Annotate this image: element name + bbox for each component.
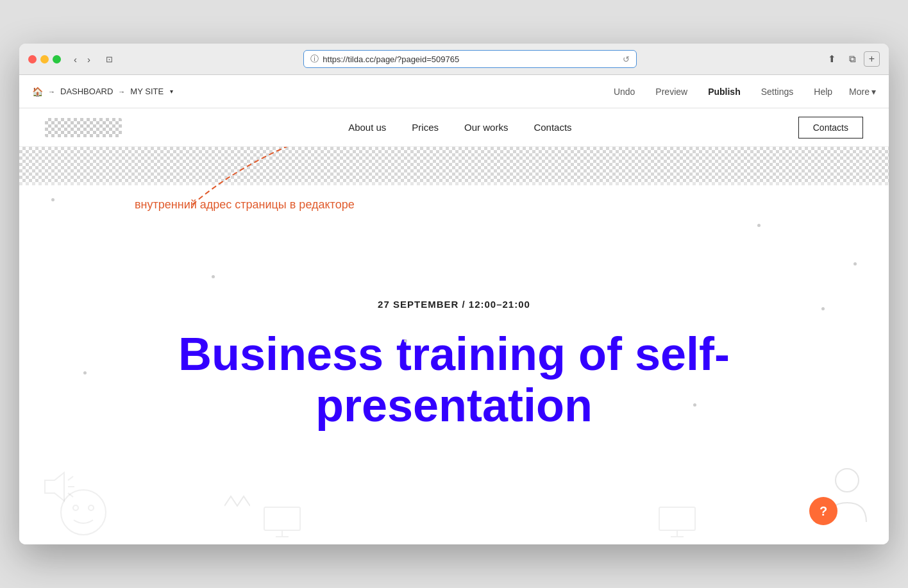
face-icon [58,487,109,538]
svg-point-5 [61,490,106,535]
breadcrumb-separator: → [48,88,55,96]
dot-7 [853,262,857,265]
svg-point-14 [836,469,859,492]
arrow-svg [186,147,417,211]
home-icon: 🏠 [32,87,43,97]
publish-button[interactable]: Publish [704,84,744,99]
help-button[interactable]: Help [810,84,836,99]
svg-rect-8 [264,507,300,530]
more-chevron-icon: ▾ [871,87,876,97]
close-button[interactable] [28,55,37,63]
new-tab-button[interactable]: + [864,51,880,67]
hero-title-line1: Business training of self- [178,328,730,380]
forward-button[interactable]: › [83,53,94,66]
nav-link-contacts[interactable]: Contacts [534,122,571,133]
site-nav-links: About us Prices Our works Contacts [348,122,571,133]
hero-date: 27 SEPTEMBER / 12:00–21:00 [378,299,530,310]
page-area: About us Prices Our works Contacts Conta… [19,108,889,544]
site-dropdown-icon[interactable]: ▾ [170,88,173,95]
svg-line-2 [68,476,73,480]
checkered-strip [19,147,889,182]
zigzag-icon [224,493,250,512]
address-bar[interactable]: ⓘ ↺ [303,50,637,68]
nav-buttons: ‹ › [70,53,94,66]
monitor-icon [263,506,301,538]
nav-link-about[interactable]: About us [348,122,386,133]
tab-view-button[interactable]: ⊡ [101,53,118,65]
browser-actions: ⬆ ⧉ + [823,51,880,67]
undo-button[interactable]: Undo [610,84,639,99]
dot-2 [757,224,761,227]
svg-point-6 [73,505,78,510]
nav-link-works[interactable]: Our works [464,122,508,133]
hero-title-line2: presentation [315,380,593,431]
hero-title: Business training of self- presentation [178,329,730,430]
traffic-lights [28,55,61,63]
preview-button[interactable]: Preview [652,84,691,99]
help-float-button[interactable]: ? [809,497,837,525]
back-button[interactable]: ‹ [70,53,81,66]
dashboard-label: DASHBOARD [60,87,113,96]
address-bar-wrap: ⓘ ↺ [124,50,816,68]
dot-6 [693,403,696,407]
nav-cta-button[interactable]: Contacts [798,117,863,139]
dot-3 [212,275,215,278]
site-nav: About us Prices Our works Contacts Conta… [19,108,889,147]
toolbar-actions: Undo Preview Publish Settings Help More … [610,84,876,99]
monitor-icon-2 [658,506,696,538]
nav-link-prices[interactable]: Prices [412,122,439,133]
breadcrumb-separator2: → [118,88,125,96]
site-label: MY SITE [130,87,164,96]
more-label: More [849,87,870,97]
refresh-icon[interactable]: ↺ [623,55,630,64]
share-button[interactable]: ⬆ [823,51,841,67]
dot-4 [821,307,825,310]
minimize-button[interactable] [40,55,49,63]
settings-button[interactable]: Settings [757,84,798,99]
browser-chrome: ‹ › ⊡ ⓘ ↺ ⬆ ⧉ + [19,44,889,75]
security-icon: ⓘ [310,53,319,65]
breadcrumb: 🏠 → DASHBOARD → MY SITE ▾ [32,87,173,97]
fullscreen-button[interactable] [53,55,61,63]
browser-window: ‹ › ⊡ ⓘ ↺ ⬆ ⧉ + 🏠 → DASHBOARD → MY SITE … [19,44,889,544]
annotation-container: внутренний адрес страницы в редакторе [122,192,355,212]
hero-section: внутренний адрес страницы в редакторе 27… [19,147,889,544]
dot-1 [51,198,55,201]
dot-5 [83,371,87,374]
more-button[interactable]: More ▾ [849,87,876,97]
svg-point-7 [88,505,94,510]
sidebar-button[interactable]: ⧉ [844,51,861,67]
dot-8 [404,339,407,342]
svg-rect-11 [659,507,695,530]
editor-toolbar: 🏠 → DASHBOARD → MY SITE ▾ Undo Preview P… [19,75,889,108]
url-input[interactable] [323,55,619,64]
